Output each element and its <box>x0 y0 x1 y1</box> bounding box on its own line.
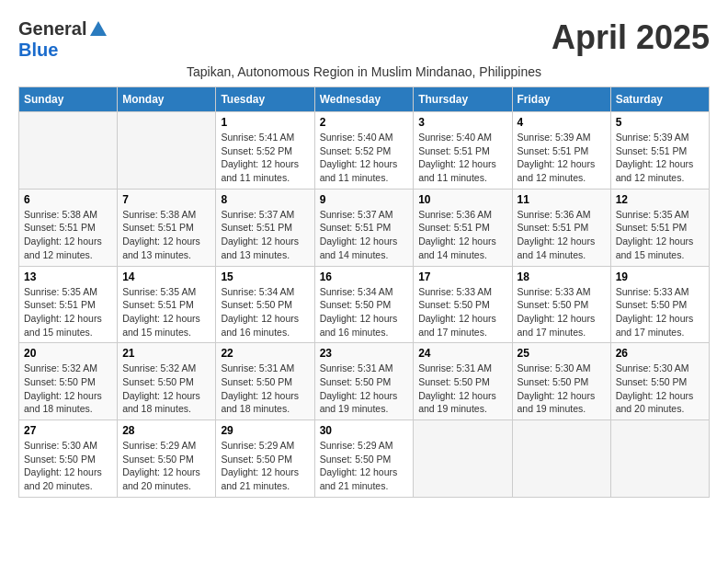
calendar-body: 1 Sunrise: 5:41 AMSunset: 5:52 PMDayligh… <box>19 112 710 498</box>
calendar-cell: 15 Sunrise: 5:34 AMSunset: 5:50 PMDaylig… <box>216 266 314 343</box>
calendar-cell: 2 Sunrise: 5:40 AMSunset: 5:52 PMDayligh… <box>314 112 414 190</box>
day-info: Sunrise: 5:29 AMSunset: 5:50 PMDaylight:… <box>221 440 299 491</box>
day-info: Sunrise: 5:31 AMSunset: 5:50 PMDaylight:… <box>418 362 496 414</box>
calendar-cell: 18 Sunrise: 5:33 AMSunset: 5:50 PMDaylig… <box>512 266 610 343</box>
day-number: 9 <box>320 193 409 206</box>
calendar-cell: 7 Sunrise: 5:38 AMSunset: 5:51 PMDayligh… <box>118 189 216 266</box>
calendar-cell: 19 Sunrise: 5:33 AMSunset: 5:50 PMDaylig… <box>610 266 709 343</box>
day-number: 18 <box>518 270 606 283</box>
day-info: Sunrise: 5:33 AMSunset: 5:50 PMDaylight:… <box>418 286 496 338</box>
day-info: Sunrise: 5:38 AMSunset: 5:51 PMDaylight:… <box>24 209 102 260</box>
calendar-cell: 9 Sunrise: 5:37 AMSunset: 5:51 PMDayligh… <box>314 189 414 266</box>
day-info: Sunrise: 5:32 AMSunset: 5:50 PMDaylight:… <box>122 362 200 414</box>
weekday-header: Tuesday <box>216 87 314 112</box>
logo-icon <box>88 19 108 40</box>
day-info: Sunrise: 5:36 AMSunset: 5:51 PMDaylight:… <box>518 209 596 260</box>
logo-blue: Blue <box>18 40 58 61</box>
calendar-cell: 1 Sunrise: 5:41 AMSunset: 5:52 PMDayligh… <box>216 112 314 190</box>
day-info: Sunrise: 5:40 AMSunset: 5:51 PMDaylight:… <box>418 132 496 183</box>
day-number: 6 <box>24 193 112 206</box>
day-number: 16 <box>320 270 409 283</box>
calendar-cell <box>19 112 118 190</box>
calendar-cell: 17 Sunrise: 5:33 AMSunset: 5:50 PMDaylig… <box>414 266 512 343</box>
day-info: Sunrise: 5:34 AMSunset: 5:50 PMDaylight:… <box>221 286 299 338</box>
day-number: 17 <box>418 270 506 283</box>
day-number: 14 <box>122 270 210 283</box>
day-number: 12 <box>616 193 704 206</box>
logo: General Blue <box>18 18 108 61</box>
day-info: Sunrise: 5:33 AMSunset: 5:50 PMDaylight:… <box>616 286 694 338</box>
calendar-week-row: 13 Sunrise: 5:35 AMSunset: 5:51 PMDaylig… <box>19 266 710 343</box>
weekday-header: Sunday <box>19 87 118 112</box>
month-title: April 2025 <box>552 18 710 57</box>
calendar-week-row: 6 Sunrise: 5:38 AMSunset: 5:51 PMDayligh… <box>19 189 710 266</box>
day-number: 2 <box>320 116 409 129</box>
calendar-cell: 11 Sunrise: 5:36 AMSunset: 5:51 PMDaylig… <box>512 189 610 266</box>
day-info: Sunrise: 5:32 AMSunset: 5:50 PMDaylight:… <box>24 362 102 414</box>
day-info: Sunrise: 5:31 AMSunset: 5:50 PMDaylight:… <box>320 362 398 414</box>
calendar-cell <box>512 420 610 498</box>
day-number: 25 <box>518 347 606 360</box>
calendar-cell: 30 Sunrise: 5:29 AMSunset: 5:50 PMDaylig… <box>314 420 414 498</box>
calendar-cell: 3 Sunrise: 5:40 AMSunset: 5:51 PMDayligh… <box>414 112 512 190</box>
day-number: 19 <box>616 270 704 283</box>
calendar-cell: 22 Sunrise: 5:31 AMSunset: 5:50 PMDaylig… <box>216 343 314 420</box>
calendar-cell: 20 Sunrise: 5:32 AMSunset: 5:50 PMDaylig… <box>19 343 118 420</box>
calendar-cell: 21 Sunrise: 5:32 AMSunset: 5:50 PMDaylig… <box>118 343 216 420</box>
day-info: Sunrise: 5:35 AMSunset: 5:51 PMDaylight:… <box>24 286 102 338</box>
day-number: 8 <box>221 193 309 206</box>
day-number: 22 <box>221 347 309 360</box>
day-number: 1 <box>221 116 309 129</box>
day-number: 5 <box>616 116 704 129</box>
day-number: 13 <box>24 270 112 283</box>
calendar-cell: 8 Sunrise: 5:37 AMSunset: 5:51 PMDayligh… <box>216 189 314 266</box>
day-info: Sunrise: 5:30 AMSunset: 5:50 PMDaylight:… <box>24 440 102 491</box>
calendar-cell: 29 Sunrise: 5:29 AMSunset: 5:50 PMDaylig… <box>216 420 314 498</box>
page-header: General Blue April 2025 <box>18 18 710 61</box>
day-number: 10 <box>418 193 506 206</box>
calendar-cell: 23 Sunrise: 5:31 AMSunset: 5:50 PMDaylig… <box>314 343 414 420</box>
day-number: 4 <box>518 116 606 129</box>
svg-marker-0 <box>90 21 107 36</box>
calendar-week-row: 1 Sunrise: 5:41 AMSunset: 5:52 PMDayligh… <box>19 112 710 190</box>
day-info: Sunrise: 5:29 AMSunset: 5:50 PMDaylight:… <box>122 440 200 491</box>
calendar-cell: 27 Sunrise: 5:30 AMSunset: 5:50 PMDaylig… <box>19 420 118 498</box>
day-number: 23 <box>320 347 409 360</box>
page-subtitle: Tapikan, Autonomous Region in Muslim Min… <box>18 64 710 79</box>
day-number: 30 <box>320 424 409 437</box>
calendar-cell: 25 Sunrise: 5:30 AMSunset: 5:50 PMDaylig… <box>512 343 610 420</box>
calendar-cell: 4 Sunrise: 5:39 AMSunset: 5:51 PMDayligh… <box>512 112 610 190</box>
weekday-header: Friday <box>512 87 610 112</box>
calendar-cell <box>118 112 216 190</box>
day-number: 27 <box>24 424 112 437</box>
calendar-table: SundayMondayTuesdayWednesdayThursdayFrid… <box>18 86 710 498</box>
calendar-cell: 5 Sunrise: 5:39 AMSunset: 5:51 PMDayligh… <box>610 112 709 190</box>
day-info: Sunrise: 5:35 AMSunset: 5:51 PMDaylight:… <box>616 209 694 260</box>
day-number: 29 <box>221 424 309 437</box>
day-number: 21 <box>122 347 210 360</box>
day-info: Sunrise: 5:39 AMSunset: 5:51 PMDaylight:… <box>518 132 596 183</box>
weekday-header: Wednesday <box>314 87 414 112</box>
calendar-cell: 12 Sunrise: 5:35 AMSunset: 5:51 PMDaylig… <box>610 189 709 266</box>
day-info: Sunrise: 5:30 AMSunset: 5:50 PMDaylight:… <box>616 362 694 414</box>
day-number: 28 <box>122 424 210 437</box>
calendar-cell: 24 Sunrise: 5:31 AMSunset: 5:50 PMDaylig… <box>414 343 512 420</box>
calendar-cell: 28 Sunrise: 5:29 AMSunset: 5:50 PMDaylig… <box>118 420 216 498</box>
calendar-cell: 14 Sunrise: 5:35 AMSunset: 5:51 PMDaylig… <box>118 266 216 343</box>
calendar-week-row: 27 Sunrise: 5:30 AMSunset: 5:50 PMDaylig… <box>19 420 710 498</box>
calendar-cell: 6 Sunrise: 5:38 AMSunset: 5:51 PMDayligh… <box>19 189 118 266</box>
calendar-week-row: 20 Sunrise: 5:32 AMSunset: 5:50 PMDaylig… <box>19 343 710 420</box>
day-number: 7 <box>122 193 210 206</box>
day-info: Sunrise: 5:31 AMSunset: 5:50 PMDaylight:… <box>221 362 299 414</box>
day-number: 15 <box>221 270 309 283</box>
calendar-cell: 26 Sunrise: 5:30 AMSunset: 5:50 PMDaylig… <box>610 343 709 420</box>
day-number: 11 <box>518 193 606 206</box>
weekday-header: Monday <box>118 87 216 112</box>
calendar-cell <box>414 420 512 498</box>
day-number: 3 <box>418 116 506 129</box>
day-info: Sunrise: 5:37 AMSunset: 5:51 PMDaylight:… <box>221 209 299 260</box>
day-info: Sunrise: 5:34 AMSunset: 5:50 PMDaylight:… <box>320 286 398 338</box>
calendar-cell: 10 Sunrise: 5:36 AMSunset: 5:51 PMDaylig… <box>414 189 512 266</box>
day-info: Sunrise: 5:36 AMSunset: 5:51 PMDaylight:… <box>418 209 496 260</box>
day-info: Sunrise: 5:35 AMSunset: 5:51 PMDaylight:… <box>122 286 200 338</box>
